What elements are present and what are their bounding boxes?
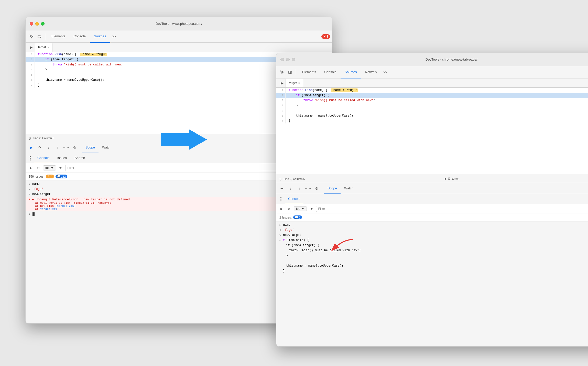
- console-content-front[interactable]: > name < 'fugu' > new.target < f Fish(na…: [276, 222, 588, 275]
- svg-rect-0: [38, 35, 40, 38]
- toolbar-right-back: ✕ 1: [321, 34, 330, 39]
- console-line-thisname-front: > this.name = name?.toUpperCase();: [276, 264, 588, 269]
- run-icon-front[interactable]: ▶: [278, 79, 286, 87]
- issues-count-back: 156 Issues:: [29, 175, 44, 178]
- step-back-front[interactable]: ↩: [278, 185, 286, 192]
- console-line-name-front: > name: [276, 223, 588, 228]
- debug-tabs-back: Scope Watc: [82, 142, 113, 153]
- step-back[interactable]: →→: [62, 144, 70, 151]
- tab-elements-front[interactable]: Elements: [298, 66, 320, 78]
- step-over-back[interactable]: ↷: [36, 144, 43, 151]
- console-line-newtarget-front: > new.target: [276, 233, 588, 238]
- file-tab-back[interactable]: target ×: [35, 43, 52, 52]
- tab-console-front[interactable]: Console: [320, 66, 341, 78]
- console-tab-back[interactable]: Console: [34, 153, 53, 163]
- devtools-window-front: DevTools - chrome://new-tab-page/ Elemen…: [276, 53, 588, 347]
- svg-rect-1: [40, 36, 41, 38]
- toolbar-back: Elements Console Sources >> ✕ 1: [26, 30, 332, 43]
- minimize-button-front[interactable]: [286, 58, 290, 61]
- editor-front: 1 function Fish(name) { name = "fugu" 2 …: [276, 88, 588, 175]
- block-console-front[interactable]: ⊘: [286, 206, 292, 212]
- step-into-front[interactable]: ↓: [287, 185, 294, 192]
- console-line-if-front: > if (!new.target) {: [276, 243, 588, 248]
- inspect-icon-back[interactable]: [28, 33, 35, 40]
- console-line-closebrace-front: > }: [276, 253, 588, 258]
- code-line-2-front: 2 if (!new.target) {: [276, 93, 588, 98]
- play-debug-back[interactable]: ▶: [28, 144, 35, 151]
- device-icon-front[interactable]: [287, 69, 294, 76]
- issues-info-badge-back: 💬 152: [56, 175, 67, 178]
- svg-rect-4: [291, 72, 292, 73]
- block-console-back[interactable]: ⊘: [35, 165, 41, 171]
- titlebar-title-back: DevTools - www.photopea.com/: [156, 22, 202, 26]
- tab-nav-back: Elements Console Sources >>: [47, 30, 320, 43]
- svg-rect-3: [289, 71, 291, 74]
- issues-warn-badge-back: ⚠ 4: [46, 175, 54, 178]
- step-out-front[interactable]: ↑: [296, 185, 303, 192]
- maximize-button-front[interactable]: [292, 58, 295, 61]
- console-line-throw-front: > throw 'Fish() must be called with new'…: [276, 248, 588, 253]
- err-link-1-back[interactable]: target:2:5: [57, 204, 74, 208]
- debug-toolbar-front: ↩ ↓ ↑ →→ ⊘ Scope Watch: [276, 183, 588, 194]
- run-console-back[interactable]: ▶: [28, 165, 34, 171]
- eye-console-back[interactable]: 👁: [58, 165, 64, 171]
- red-arrow-annotation: [328, 237, 358, 258]
- eye-console-front[interactable]: 👁: [308, 206, 314, 212]
- device-icon-back[interactable]: [36, 33, 43, 40]
- file-tab-close-back[interactable]: ×: [48, 46, 49, 49]
- scope-tab-front[interactable]: Scope: [324, 183, 341, 194]
- tab-sources-front[interactable]: Sources: [341, 66, 361, 78]
- console-tab-front[interactable]: Console: [285, 194, 303, 204]
- tab-more-front[interactable]: >>: [381, 66, 389, 78]
- tab-network-front[interactable]: Network: [361, 66, 382, 78]
- console-line-blank-front: >: [276, 258, 588, 264]
- three-dots-back[interactable]: [28, 156, 33, 161]
- tab-more-back[interactable]: >>: [110, 30, 118, 43]
- code-line-6-front: 6 this.name = name?.toUpperCase();: [276, 113, 588, 118]
- issues-bar-front: 2 Issues: 💬 2: [276, 213, 588, 222]
- svg-marker-2: [161, 129, 207, 150]
- status-text-front: Line 2, Column 5: [284, 177, 305, 180]
- breakpoints-front[interactable]: ⊘: [313, 185, 320, 192]
- breakpoints-back[interactable]: ⊘: [71, 144, 78, 151]
- status-text-back: Line 2, Column 5: [33, 136, 54, 140]
- close-button-back[interactable]: [30, 22, 33, 26]
- tab-nav-front: Elements Console Sources Network >>: [298, 66, 588, 78]
- top-select-front[interactable]: top ▼: [294, 206, 307, 211]
- watch-tab-front[interactable]: Watch: [341, 183, 357, 194]
- inspect-icon-front[interactable]: [278, 69, 286, 76]
- file-tab-close-front[interactable]: ×: [298, 82, 300, 85]
- issues-badge-front: 💬 2: [293, 215, 302, 219]
- run-icon-back[interactable]: ▶: [28, 44, 35, 51]
- close-button-front[interactable]: [280, 58, 284, 61]
- three-dots-front[interactable]: [278, 197, 284, 202]
- err-link-2-back[interactable]: target:9:1: [40, 208, 57, 211]
- code-view-front[interactable]: 1 function Fish(name) { name = "fugu" 2 …: [276, 88, 588, 175]
- step-over-front[interactable]: →→: [304, 185, 312, 192]
- error-badge-back: ✕ 1: [321, 34, 330, 39]
- console-header-front: Console ×: [276, 194, 588, 204]
- titlebar-title-front: DevTools - chrome://new-tab-page/: [426, 58, 477, 61]
- search-tab-back[interactable]: Search: [71, 153, 88, 163]
- top-select-back[interactable]: top ▼: [43, 165, 56, 170]
- issues-tab-back[interactable]: Issues: [54, 153, 70, 163]
- minimize-button-back[interactable]: [35, 22, 39, 26]
- toolbar-front: Elements Console Sources Network >> 💬 2 …: [276, 66, 588, 78]
- filter-input-front[interactable]: [316, 206, 588, 212]
- tab-sources-back[interactable]: Sources: [90, 30, 110, 43]
- run-btn-front[interactable]: ▶ ⌘+Enter: [445, 177, 459, 180]
- step-out-back[interactable]: ↑: [54, 144, 61, 151]
- file-tabs-back: ▶ target ×: [26, 43, 332, 52]
- code-line-3-front: 3 throw 'Fish() must be called with new'…: [276, 98, 588, 103]
- watch-tab-back[interactable]: Watc: [99, 142, 113, 153]
- run-console-front[interactable]: ▶: [278, 206, 285, 212]
- file-tabs-front: ▶ target ×: [276, 78, 588, 88]
- scope-tab-back[interactable]: Scope: [82, 142, 99, 153]
- tab-console-back[interactable]: Console: [69, 30, 90, 43]
- file-tab-front[interactable]: target ×: [286, 79, 303, 87]
- maximize-button-back[interactable]: [41, 22, 45, 26]
- blue-arrow-indicator: [161, 129, 207, 150]
- step-into-back[interactable]: ↓: [45, 144, 52, 151]
- issues-count-front: 2 Issues:: [279, 216, 292, 219]
- tab-elements-back[interactable]: Elements: [47, 30, 69, 43]
